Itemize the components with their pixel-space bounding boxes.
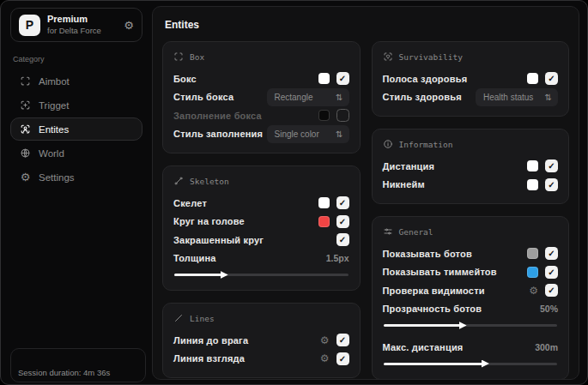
sidebar-item-label: Settings: [39, 172, 75, 183]
category-label: Category: [13, 55, 140, 63]
setting-row-show-bots: Показывать ботов ✓: [383, 244, 559, 263]
card-survivability-header: Survivability: [383, 51, 559, 62]
setting-row-filled-circle: Закрашенный круг ✓: [173, 231, 349, 250]
slider-thumb[interactable]: [459, 322, 467, 329]
slider-thumb[interactable]: [482, 360, 489, 368]
check-icon: ✓: [548, 180, 555, 189]
card-title: Survivability: [399, 52, 463, 62]
bone-icon: [173, 176, 184, 186]
premium-subtitle: for Delta Force: [47, 26, 101, 36]
gear-icon[interactable]: ⚙: [124, 19, 134, 32]
sidebar: P Premium for Delta Force ⚙ Category Aim…: [1, 1, 152, 384]
thickness-slider[interactable]: [174, 270, 349, 279]
sidebar-item-label: Entites: [39, 124, 69, 135]
sidebar-item-world[interactable]: World: [10, 141, 142, 165]
app-window: P Premium for Delta Force ⚙ Category Aim…: [0, 0, 588, 385]
setting-label: Стиль заполнения: [173, 129, 263, 139]
main-panel: Entites Box Бокс: [152, 6, 579, 380]
box-style-dropdown[interactable]: Rectangle ⇅: [267, 88, 349, 106]
checkbox[interactable]: ✓: [336, 215, 349, 228]
unfold-icon: ⇅: [336, 93, 342, 102]
dropdown-value: Single color: [275, 129, 319, 139]
check-icon: ✓: [339, 74, 346, 83]
checkbox[interactable]: ✓: [545, 72, 558, 85]
checkbox[interactable]: [336, 109, 349, 122]
color-swatch[interactable]: [318, 110, 330, 121]
checkbox[interactable]: ✓: [336, 72, 349, 85]
gear-icon[interactable]: ⚙: [529, 286, 538, 296]
setting-label: Закрашенный круг: [173, 235, 264, 245]
sidebar-item-aimbot[interactable]: Aimbot: [10, 69, 142, 93]
checkbox[interactable]: ✓: [336, 352, 349, 365]
color-swatch[interactable]: [527, 248, 538, 259]
setting-label: Никнейм: [383, 179, 425, 189]
setting-row-line-to-enemy: Линия до врага ⚙ ✓: [173, 331, 349, 350]
checkbox[interactable]: ✓: [545, 159, 558, 172]
color-swatch[interactable]: [527, 179, 538, 190]
card-box-header: Box: [173, 51, 349, 62]
sidebar-item-settings[interactable]: ⚙ Settings: [10, 165, 142, 189]
right-column: Survivability Полоса здоровья ✓ Стиль зд…: [372, 41, 570, 380]
gear-icon[interactable]: ⚙: [320, 353, 330, 364]
gear-icon: ⚙: [20, 171, 31, 183]
slider-value: 1.5px: [326, 253, 349, 263]
check-icon: ✓: [339, 354, 346, 364]
line-icon: [173, 313, 184, 323]
check-icon: ✓: [548, 286, 555, 295]
checkbox[interactable]: ✓: [545, 178, 558, 191]
premium-title: Premium: [47, 14, 101, 26]
slider-thumb[interactable]: [221, 271, 228, 279]
sidebar-item-entites[interactable]: Entites: [10, 117, 142, 141]
crosshair-scan-icon: [20, 99, 31, 111]
gear-icon[interactable]: ⚙: [320, 335, 330, 346]
cards-grid: Box Бокс ✓ Стиль бокса: [162, 41, 569, 380]
checkbox[interactable]: ✓: [545, 284, 558, 297]
setting-label: Линия до врага: [173, 335, 248, 346]
setting-label: Стиль бокса: [173, 92, 233, 102]
color-swatch[interactable]: [527, 267, 538, 278]
color-swatch[interactable]: [527, 73, 538, 84]
checkbox[interactable]: ✓: [336, 196, 349, 209]
checkbox[interactable]: ✓: [336, 233, 349, 246]
session-duration-box: Session duration: 4m 36s: [10, 348, 146, 382]
setting-row-visibility-check: Проверка видимости ⚙ ✓: [383, 281, 559, 300]
setting-row-box-enabled: Бокс ✓: [173, 69, 349, 88]
check-icon: ✓: [339, 198, 346, 208]
slider-value: 300m: [535, 342, 558, 352]
checkbox[interactable]: ✓: [336, 334, 349, 346]
sidebar-item-label: Trigget: [39, 100, 69, 111]
setting-row-health-style: Стиль здоровья Health status ⇅: [383, 88, 559, 107]
check-icon: ✓: [548, 249, 555, 258]
setting-row-show-teammates: Показывать тиммейтов ✓: [383, 263, 559, 282]
sidebar-item-trigget[interactable]: Trigget: [10, 93, 142, 117]
color-swatch[interactable]: [318, 197, 330, 208]
left-column: Box Бокс ✓ Стиль бокса: [162, 41, 361, 378]
setting-label: Бокс: [173, 74, 197, 84]
setting-row-bot-opacity: Прозрачность ботов 50%: [383, 300, 559, 319]
bot-opacity-slider[interactable]: [384, 321, 558, 329]
checkbox[interactable]: ✓: [545, 266, 558, 279]
setting-label: Круг на голове: [173, 216, 245, 226]
premium-meta: Premium for Delta Force: [47, 14, 101, 36]
checkbox[interactable]: ✓: [545, 247, 558, 260]
card-information: Information Дистанция ✓ Никнейм: [372, 129, 570, 204]
card-title: Lines: [190, 314, 215, 323]
color-swatch[interactable]: [527, 160, 538, 171]
setting-label: Скелет: [173, 198, 207, 208]
heart-scan-icon: [383, 51, 393, 62]
color-swatch[interactable]: [318, 73, 330, 84]
slider-fill: [384, 363, 484, 365]
scan-icon: [20, 75, 31, 87]
setting-row-thickness: Толщина 1.5px: [173, 250, 349, 268]
health-style-dropdown[interactable]: Health status ⇅: [476, 88, 558, 106]
setting-row-fill-style: Стиль заполнения Single color ⇅: [173, 125, 349, 144]
fill-style-dropdown[interactable]: Single color ⇅: [267, 125, 349, 143]
scan-icon: [173, 51, 184, 62]
premium-header: P Premium for Delta Force ⚙: [10, 8, 142, 42]
unfold-icon: ⇅: [545, 93, 552, 102]
person-scan-icon: [20, 123, 31, 135]
app-logo: P: [19, 15, 40, 36]
max-distance-slider[interactable]: [384, 359, 558, 368]
color-swatch[interactable]: [318, 216, 330, 227]
globe-icon: [20, 147, 31, 159]
